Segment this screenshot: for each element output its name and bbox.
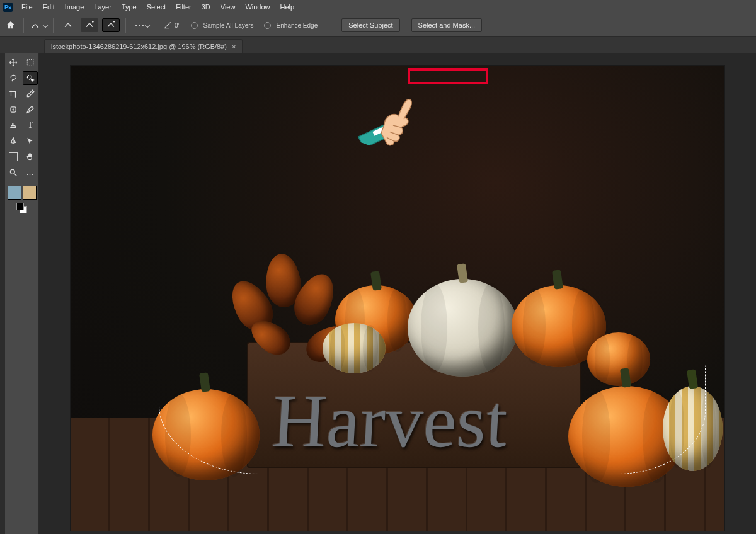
sample-all-layers-option[interactable]: Sample All Layers (191, 22, 254, 29)
eyedropper-tool-icon[interactable] (23, 87, 38, 101)
color-swatches[interactable] (6, 185, 38, 201)
document-tab-label: istockphoto-1346286219-612x612.jpg @ 196… (51, 43, 227, 50)
angle-icon (163, 21, 172, 30)
menu-image[interactable]: Image (60, 1, 89, 13)
enhance-edge-option[interactable]: Enhance Edge (264, 22, 318, 29)
menu-edit[interactable]: Edit (38, 1, 60, 13)
menu-file[interactable]: File (16, 1, 38, 13)
hand-tool-icon[interactable] (23, 150, 38, 164)
add-to-selection-icon[interactable] (81, 18, 98, 32)
home-icon[interactable] (4, 18, 18, 32)
document-tab-bar: istockphoto-1346286219-612x612.jpg @ 196… (0, 37, 756, 53)
background-color-swatch[interactable] (23, 186, 37, 200)
menu-type[interactable]: Type (117, 1, 142, 13)
menu-select[interactable]: Select (142, 1, 171, 13)
brush-tool-icon[interactable] (23, 103, 38, 116)
pen-tool-icon[interactable] (6, 134, 21, 148)
move-tool-icon[interactable] (6, 55, 21, 69)
type-tool-icon[interactable]: T (23, 118, 38, 132)
active-tool-preset-icon[interactable] (30, 18, 47, 32)
main-menu-bar: Ps File Edit Image Layer Type Select Fil… (0, 0, 756, 14)
checkbox-icon (191, 22, 198, 29)
annotation-highlight-box (408, 68, 488, 84)
close-icon[interactable]: × (232, 43, 236, 50)
zoom-tool-icon[interactable] (6, 166, 21, 179)
sample-all-layers-label: Sample All Layers (203, 22, 254, 29)
brush-preset-icon[interactable] (132, 18, 153, 32)
path-selection-tool-icon[interactable] (23, 134, 38, 148)
clone-stamp-tool-icon[interactable] (6, 118, 21, 132)
svg-rect-0 (27, 59, 33, 65)
menu-window[interactable]: Window (240, 1, 275, 13)
menu-help[interactable]: Help (275, 1, 300, 13)
app-logo: Ps (3, 3, 13, 12)
new-selection-icon[interactable] (59, 18, 77, 32)
menu-3d[interactable]: 3D (197, 1, 215, 13)
crop-tool-icon[interactable] (6, 87, 21, 101)
enhance-edge-label: Enhance Edge (277, 22, 318, 29)
brush-dots-icon (135, 25, 144, 26)
menu-filter[interactable]: Filter (171, 1, 196, 13)
quick-selection-tool-icon[interactable] (23, 71, 38, 85)
frame-tool-icon[interactable] (6, 150, 21, 164)
select-and-mask-button[interactable]: Select and Mask... (411, 18, 483, 32)
default-colors-icon[interactable] (16, 203, 28, 214)
canvas-area: Harvest (39, 53, 756, 534)
svg-point-3 (10, 169, 14, 174)
marquee-tool-icon[interactable] (23, 55, 38, 69)
harvest-sign-text: Harvest (270, 378, 509, 465)
document-tab[interactable]: istockphoto-1346286219-612x612.jpg @ 196… (44, 39, 243, 53)
select-subject-button[interactable]: Select Subject (341, 18, 399, 32)
foreground-color-swatch[interactable] (8, 186, 21, 200)
menu-view[interactable]: View (215, 1, 241, 13)
brush-angle-value[interactable]: 0° (175, 22, 181, 29)
tools-panel: T … (5, 53, 39, 534)
workspace: T … (0, 53, 756, 534)
subtract-from-selection-icon[interactable] (102, 18, 120, 32)
checkbox-icon (264, 22, 271, 29)
options-bar: 0° Sample All Layers Enhance Edge Select… (0, 14, 756, 37)
menu-layer[interactable]: Layer (89, 1, 117, 13)
lasso-tool-icon[interactable] (6, 71, 21, 85)
edit-toolbar-icon[interactable]: … (23, 166, 38, 179)
healing-brush-tool-icon[interactable] (6, 103, 21, 116)
